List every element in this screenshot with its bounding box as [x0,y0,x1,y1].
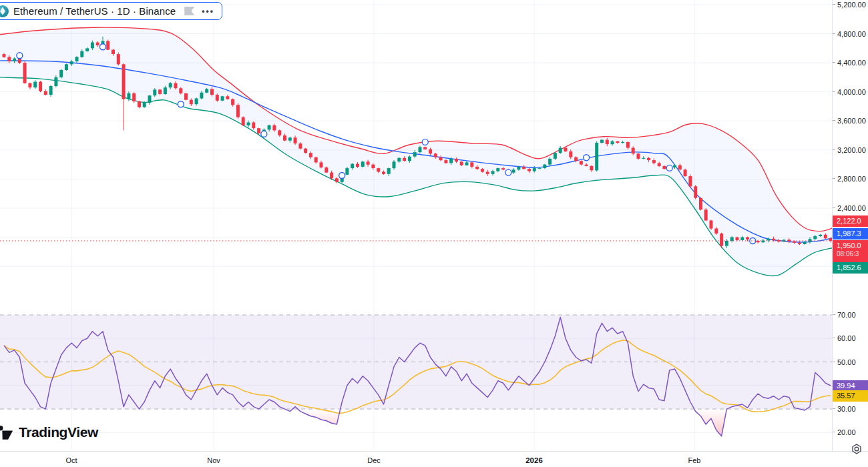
tradingview-logo-icon [0,423,13,442]
lower-band-price-badge: 1,852.6 [833,262,868,274]
time-axis-label-2026: 2026 [514,456,554,464]
time-axis-label-Nov: Nov [194,456,234,464]
basis-price-badge: 1,987.3 [833,228,868,240]
time-axis-label-Dec: Dec [354,456,394,464]
rsi-axis-label: 20.00 [833,428,868,436]
tradingview-logo-text: TradingView [19,424,98,440]
price-axis-label: 5,200.00 [833,1,868,9]
rsi-ma-value-badge: 35.57 [833,390,868,402]
price-axis-label: 4,800.00 [833,30,868,38]
tradingview-chart-app: Ethereum / TetherUS · 1D · Binance ••• 5… [0,0,868,467]
symbol-title[interactable]: Ethereum / TetherUS · 1D · Binance [13,5,176,17]
upper-band-price-badge: 2,122.0 [833,215,868,227]
flag-icon[interactable] [184,7,194,15]
price-axis-label: 3,200.00 [833,146,868,154]
tradingview-logo[interactable]: TradingView [0,423,98,442]
time-axis-label-Feb: Feb [674,456,714,464]
price-axis-label: 4,000.00 [833,88,868,96]
symbol-pill[interactable]: Ethereum / TetherUS · 1D · Binance ••• [0,2,222,20]
rsi-axis-label: 60.00 [833,334,868,342]
rsi-axis-label: 70.00 [833,311,868,319]
gear-icon [851,443,863,455]
price-and-rsi-svg[interactable] [0,0,832,451]
ethereum-logo-icon [0,5,9,17]
last-price-badge: 1,950.008:06:3 [833,240,868,262]
price-axis-label: 3,600.00 [833,117,868,125]
more-options-icon[interactable]: ••• [202,7,214,16]
rsi-axis-label: 50.00 [833,358,868,366]
rsi-axis-label: 30.00 [833,405,868,413]
chart-canvas[interactable] [0,0,832,451]
price-axis-label: 2,800.00 [833,175,868,183]
price-axis-label: 4,400.00 [833,59,868,67]
price-axis[interactable]: 5,200.004,800.004,400.004,000.003,600.00… [832,0,868,451]
time-axis[interactable]: OctNovDec2026Feb [0,451,868,467]
pane-settings-button[interactable] [851,443,863,455]
time-axis-label-Oct: Oct [51,456,91,464]
price-axis-label: 2,400.00 [833,204,868,212]
